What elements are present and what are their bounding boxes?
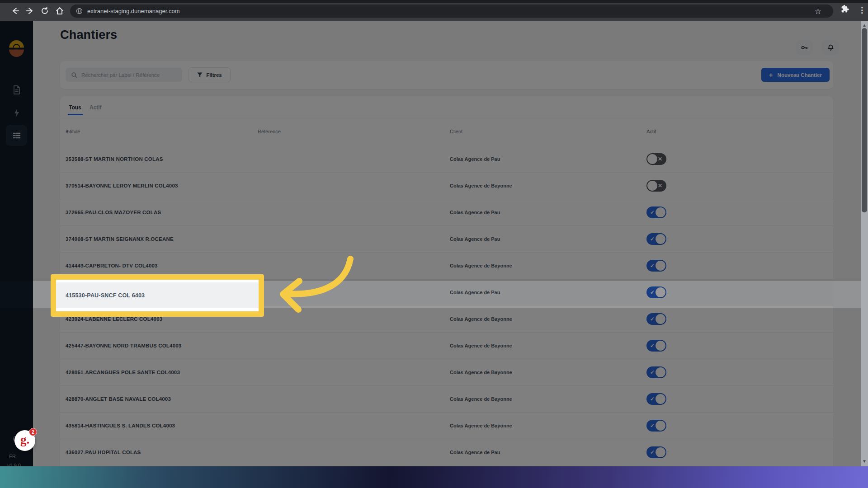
highlight-box[interactable]: 415530-PAU-SNCF COL 6403 [51,274,264,317]
site-globe-icon [76,8,83,14]
scrollbar-up-icon[interactable]: ▲ [862,23,867,28]
assistant-logo-text: g. [20,433,29,447]
forward-icon[interactable] [25,6,34,15]
bookmark-star-icon[interactable]: ☆ [815,7,821,16]
browser-tabstrip [0,0,868,3]
back-icon[interactable] [11,6,20,15]
browser-toolbar: extranet-staging.dunemanager.com ☆ ⋮ [0,0,868,21]
url-text[interactable]: extranet-staging.dunemanager.com [87,8,180,14]
desktop-gradient-strip [0,466,868,488]
browser-menu-icon[interactable]: ⋮ [858,5,866,15]
dim-overlay-top [0,21,861,281]
assistant-widget[interactable]: g. 2 [14,430,35,451]
home-icon[interactable] [55,6,64,15]
annotation-arrow [270,246,374,319]
dim-overlay-bottom [0,308,861,466]
reload-icon[interactable] [40,6,49,15]
screen: extranet-staging.dunemanager.com ☆ ⋮ [0,0,868,488]
highlighted-cell: 415530-PAU-SNCF COL 6403 [56,282,259,308]
extensions-icon[interactable] [841,5,849,15]
page-scrollbar[interactable]: ▲ ▼ [861,21,868,466]
assistant-badge: 2 [29,428,37,436]
url-bar[interactable]: extranet-staging.dunemanager.com ☆ [70,5,833,18]
scrollbar-thumb[interactable] [862,28,867,212]
highlighted-row-label: 415530-PAU-SNCF COL 6403 [66,292,145,299]
scrollbar-down-icon[interactable]: ▼ [862,459,867,464]
